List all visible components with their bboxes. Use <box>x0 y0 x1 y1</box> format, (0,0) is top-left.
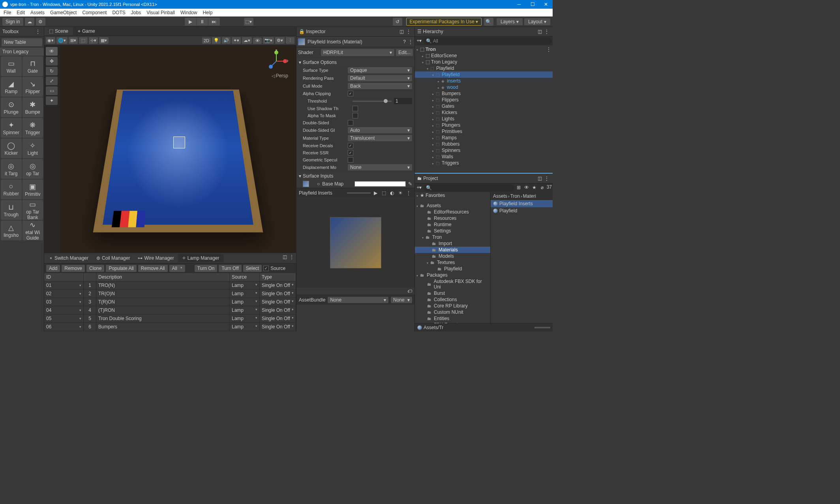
tool-incr[interactable]: ▦▾ <box>99 37 109 44</box>
project-folder[interactable]: Runtime <box>415 221 490 228</box>
rect-tool-icon[interactable]: ▭ <box>46 86 58 95</box>
play-button[interactable]: ▶ <box>185 18 197 26</box>
threshold-value[interactable]: 1 <box>394 98 412 104</box>
shader-dropdown[interactable]: HDRP/Lit▾ <box>321 49 394 56</box>
settings-icon[interactable]: ⚙ <box>36 18 45 26</box>
assetbundle-dropdown[interactable]: None▾ <box>328 297 388 303</box>
project-folder[interactable]: Settings <box>415 228 490 234</box>
project-folder[interactable]: Materials <box>415 247 490 253</box>
tool-light[interactable]: ✧Light <box>22 139 43 158</box>
header-id[interactable]: ID <box>44 273 84 281</box>
ds-gi-dropdown[interactable]: Auto▾ <box>348 127 412 133</box>
remove-all-button[interactable]: Remove All <box>138 265 168 272</box>
project-package[interactable]: Custom NUnit <box>415 309 490 315</box>
menu-icon[interactable]: ⋮ <box>405 28 412 35</box>
project-folder[interactable]: Models <box>415 253 490 259</box>
tool-primitiv[interactable]: ▣Primitiv <box>22 180 43 199</box>
scale-tool-icon[interactable]: ⤢ <box>46 77 58 85</box>
hierarchy-item[interactable]: Ramps <box>415 135 553 141</box>
header-type[interactable]: Type <box>260 273 296 281</box>
hierarchy-item[interactable]: Lights <box>415 116 553 122</box>
header-source[interactable]: Source <box>230 273 260 281</box>
material-type-dropdown[interactable]: Translucent▾ <box>348 135 412 141</box>
thumbnail-slider[interactable] <box>534 327 550 328</box>
source-checkbox[interactable]: ✓ <box>263 266 269 271</box>
hidden-icon[interactable]: 👁 <box>253 37 262 44</box>
audio-icon[interactable]: 🔊 <box>222 37 231 44</box>
more-icon[interactable]: ⋮ <box>286 37 294 44</box>
hierarchy-item[interactable]: Spinners <box>415 147 553 154</box>
header-desc[interactable]: Description <box>96 273 230 281</box>
displacement-dropdown[interactable]: None▾ <box>348 164 412 170</box>
tool-lingsho[interactable]: △lingsho <box>1 221 22 240</box>
create-icon[interactable]: +▾ <box>416 184 423 191</box>
menu-window[interactable]: Window <box>178 9 200 16</box>
help-icon[interactable]: ? <box>403 39 406 45</box>
menu-icon[interactable]: ⋮ <box>405 190 412 196</box>
menu-edit[interactable]: Edit <box>14 9 27 16</box>
texture-slot[interactable] <box>303 181 309 187</box>
hierarchy-item[interactable]: ⬚ Tron Legacy <box>415 59 553 65</box>
tab-switch-manager[interactable]: ⚬ Switch Manager <box>45 254 92 262</box>
project-asset[interactable]: Playfield <box>491 207 553 214</box>
populate-all-button[interactable]: Populate All <box>106 265 136 272</box>
menu-help[interactable]: Help <box>201 9 215 16</box>
hand-tool-icon[interactable]: 👁 <box>46 47 58 56</box>
project-folder[interactable]: Resources <box>415 215 490 221</box>
hierarchy-item[interactable]: Gates <box>415 103 553 109</box>
dock-icon[interactable]: ◫ <box>536 28 543 35</box>
tool-it-targ[interactable]: ◎it Targ <box>1 159 22 179</box>
tool-pivot[interactable]: ◉▾ <box>46 37 55 44</box>
tool-global[interactable]: 🌐▾ <box>56 37 68 44</box>
menu-dots[interactable]: DOTS <box>110 9 128 16</box>
signin-button[interactable]: Sign in <box>2 18 23 26</box>
new-table-button[interactable]: New Table <box>2 38 42 46</box>
table-row[interactable]: 055Tron Double ScoringLampSingle On Off <box>44 315 296 323</box>
pause-button[interactable]: ⏸ <box>197 18 208 26</box>
scene-view[interactable]: 👁 ✥ ↻ ⤢ ▭ ✦ x y <box>44 45 296 253</box>
menu-icon[interactable]: ⋮ <box>408 39 413 45</box>
menu-gameobject[interactable]: GameObject <box>48 9 79 16</box>
tab-scene[interactable]: ⬚Scene <box>44 27 73 36</box>
surface-type-dropdown[interactable]: Opaque▾ <box>348 67 412 73</box>
geometric-specular-checkbox[interactable] <box>348 157 353 163</box>
sphere-view-icon[interactable]: ◐ <box>388 190 396 196</box>
menu-assets[interactable]: Assets <box>28 9 47 16</box>
camera-icon[interactable]: 📷▾ <box>263 37 274 44</box>
hierarchy-item[interactable]: Primitives <box>415 128 553 135</box>
tab-lamp-manager[interactable]: ✧ Lamp Manager <box>178 254 223 262</box>
project-folder[interactable]: Import <box>415 240 490 247</box>
hierarchy-item[interactable]: ⬚ EditorScene <box>415 52 553 59</box>
tab-game[interactable]: ⌖Game <box>73 27 100 36</box>
table-row[interactable]: 044(T)RONLampSingle On Off <box>44 306 296 315</box>
hierarchy-item[interactable]: Rubbers <box>415 141 553 147</box>
gizmos-icon[interactable]: ⚙▾ <box>275 37 285 44</box>
hierarchy-item[interactable]: Bumpers <box>415 90 553 97</box>
dock-icon[interactable]: ◫ <box>281 254 288 260</box>
base-map-color[interactable] <box>354 181 406 187</box>
hierarchy-item[interactable]: Kickers <box>415 109 553 116</box>
device-icon[interactable]: ⬚▾ <box>244 18 253 26</box>
rotate-tool-icon[interactable]: ↻ <box>46 67 58 75</box>
tool-gate[interactable]: ⊓Gate <box>22 56 43 76</box>
surface-options-header[interactable]: ▾ Surface Options <box>296 58 414 66</box>
turn-off-button[interactable]: Turn Off <box>219 265 241 272</box>
lighting-icon[interactable]: 💡 <box>212 37 221 44</box>
tool-op-tar[interactable]: ◎op Tar <box>22 159 43 179</box>
add-button[interactable]: Add <box>46 265 60 272</box>
tool-trigger[interactable]: ❋Trigger <box>22 118 43 138</box>
btn-2d[interactable]: 2D <box>202 37 211 44</box>
filter-icon[interactable]: ⊞ <box>515 184 522 191</box>
menu-visual pinball[interactable]: Visual Pinball <box>144 9 177 16</box>
hierarchy-item[interactable]: Playfield <box>415 71 553 78</box>
tag-icon[interactable]: 🏷 <box>407 289 412 294</box>
hierarchy-item[interactable]: inserts <box>415 78 553 84</box>
maximize-button[interactable]: ☐ <box>526 0 539 9</box>
turn-on-button[interactable]: Turn On <box>195 265 218 272</box>
experimental-packages-banner[interactable]: Experimental Packages In Use ▾ <box>406 18 482 26</box>
tool-op-tar-bank[interactable]: ▭op Tar Bank <box>22 200 43 220</box>
project-package[interactable]: Core RP Library <box>415 303 490 309</box>
assets-folder[interactable]: Assets <box>415 202 490 209</box>
double-sided-checkbox[interactable] <box>348 120 353 126</box>
favorite-icon[interactable]: ★ <box>531 184 538 191</box>
